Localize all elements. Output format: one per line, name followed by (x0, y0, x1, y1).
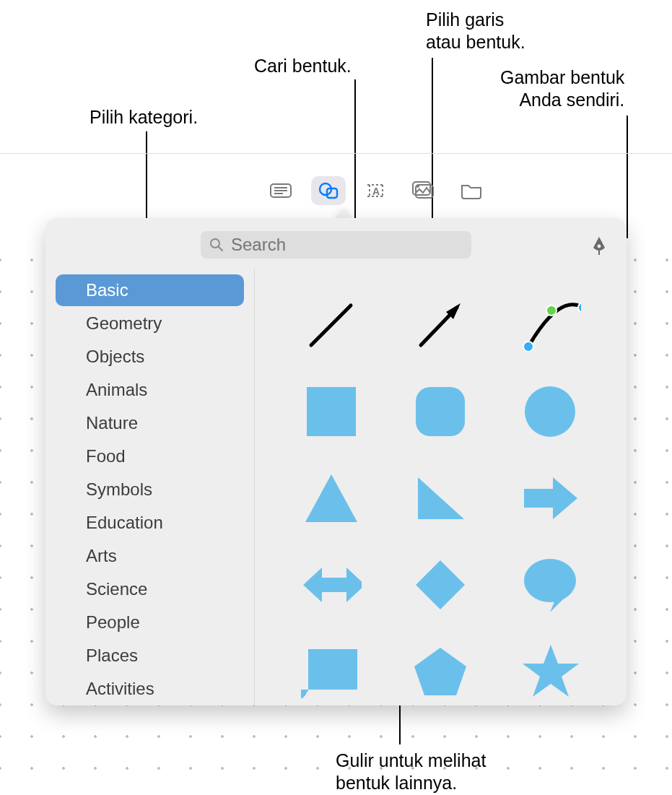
svg-rect-21 (416, 387, 465, 436)
svg-point-19 (546, 305, 557, 316)
search-icon (209, 238, 224, 252)
svg-marker-32 (523, 645, 579, 697)
svg-text:A: A (372, 186, 380, 197)
folder-tool-button[interactable] (454, 176, 489, 205)
shape-square[interactable] (300, 381, 362, 443)
svg-marker-31 (414, 648, 466, 695)
callout-line: Pilih garis atau bentuk. (426, 9, 525, 54)
svg-point-17 (523, 342, 533, 352)
category-people[interactable]: People (56, 607, 244, 638)
svg-marker-25 (524, 477, 577, 519)
category-education[interactable]: Education (56, 507, 244, 539)
shape-right-triangle[interactable] (410, 468, 471, 529)
category-objects[interactable]: Objects (56, 341, 244, 373)
shape-pentagon[interactable] (410, 641, 471, 703)
media-tool-button[interactable] (406, 176, 441, 205)
svg-line-11 (219, 247, 222, 251)
svg-line-14 (311, 305, 351, 345)
svg-point-22 (525, 386, 575, 437)
shape-arrow-line[interactable] (410, 295, 471, 356)
textbox-tool-button[interactable]: A (359, 176, 393, 205)
category-geometry[interactable]: Geometry (56, 308, 244, 339)
shapes-grid (255, 269, 627, 705)
leader-draw (627, 116, 628, 238)
callout-search: Cari bentuk. (254, 55, 352, 77)
toolbar: A (263, 176, 489, 205)
svg-marker-26 (303, 568, 362, 602)
shape-speech-bubble[interactable] (520, 555, 581, 616)
callout-draw: Gambar bentuk Anda sendiri. (500, 66, 624, 112)
category-places[interactable]: Places (56, 640, 244, 672)
text-tool-button[interactable] (263, 176, 298, 205)
svg-point-12 (598, 245, 601, 248)
category-science[interactable]: Science (56, 573, 244, 605)
shapes-popover: Basic Geometry Objects Animals Nature Fo… (45, 218, 627, 705)
category-arts[interactable]: Arts (56, 540, 244, 572)
shape-star[interactable] (520, 641, 581, 703)
pen-icon (589, 235, 609, 256)
shape-triangle[interactable] (300, 468, 362, 529)
svg-point-28 (524, 559, 576, 602)
shape-curve-editable[interactable] (520, 295, 581, 356)
search-field[interactable] (201, 231, 471, 259)
svg-point-10 (211, 239, 219, 248)
shapes-tool-button[interactable] (311, 176, 346, 205)
callout-category: Pilih kategori. (90, 106, 198, 129)
shape-circle[interactable] (520, 381, 581, 443)
svg-point-9 (416, 185, 419, 188)
svg-marker-24 (418, 477, 464, 519)
shape-rounded-square[interactable] (410, 381, 471, 443)
draw-shape-button[interactable] (585, 231, 614, 260)
category-sidebar: Basic Geometry Objects Animals Nature Fo… (45, 269, 255, 705)
svg-marker-30 (301, 690, 308, 698)
category-nature[interactable]: Nature (56, 407, 244, 439)
category-basic[interactable]: Basic (56, 274, 244, 306)
divider (0, 153, 672, 154)
svg-marker-27 (416, 560, 465, 609)
shape-double-arrow[interactable] (300, 555, 362, 616)
shape-flag[interactable] (300, 641, 362, 703)
svg-rect-20 (307, 387, 356, 436)
svg-marker-23 (305, 474, 357, 522)
shape-diamond[interactable] (410, 555, 471, 616)
search-input[interactable] (231, 235, 463, 255)
category-symbols[interactable]: Symbols (56, 474, 244, 505)
leader-search (354, 79, 356, 238)
category-food[interactable]: Food (56, 440, 244, 472)
category-activities[interactable]: Activities (56, 673, 244, 705)
shape-line[interactable] (300, 295, 362, 356)
shape-arrow-right[interactable] (520, 468, 581, 529)
category-animals[interactable]: Animals (56, 374, 244, 406)
